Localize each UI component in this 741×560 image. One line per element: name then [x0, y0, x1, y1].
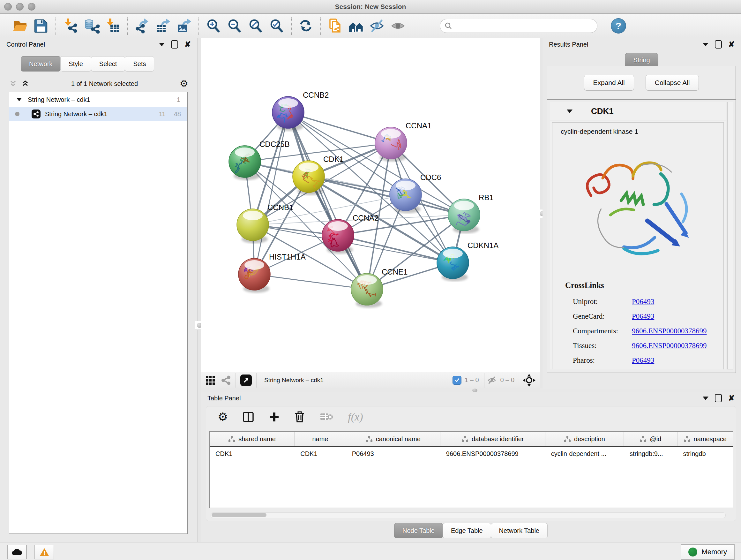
tab-network-table[interactable]: Network Table: [491, 523, 548, 538]
column-header-namespace[interactable]: namespace: [677, 432, 733, 446]
node-label-CCNA1: CCNA1: [406, 121, 431, 130]
network-edge[interactable]: [254, 112, 288, 274]
table-cell[interactable]: stringdb:9...: [624, 450, 677, 457]
collection-expander-icon[interactable]: [17, 98, 21, 101]
zoom-in-button[interactable]: [203, 16, 224, 36]
delete-column-icon[interactable]: [294, 411, 305, 423]
network-edge[interactable]: [288, 112, 367, 289]
column-header-shared-name[interactable]: shared name: [210, 432, 294, 446]
table-cell[interactable]: stringdb: [677, 450, 733, 457]
table-horizontal-scrollbar[interactable]: [211, 512, 726, 518]
column-header-description[interactable]: description: [545, 432, 624, 446]
export-table-button[interactable]: [152, 16, 174, 36]
network-node-RB1[interactable]: RB1: [448, 193, 494, 233]
column-header-name[interactable]: name: [294, 432, 346, 446]
show-all-button[interactable]: [388, 16, 409, 36]
results-scrollbar[interactable]: [727, 102, 733, 369]
zoom-selected-icon: [268, 18, 285, 34]
column-header-canonical-name[interactable]: canonical name: [346, 432, 441, 446]
tab-node-table[interactable]: Node Table: [394, 523, 443, 538]
tab-select[interactable]: Select: [91, 56, 125, 71]
table-cell[interactable]: 9606.ENSP00000378699: [441, 450, 545, 457]
network-overview-icon[interactable]: [221, 375, 231, 385]
table-row[interactable]: CDK1CDK1P064939606.ENSP00000378699cyclin…: [210, 447, 733, 460]
table-float-icon[interactable]: [715, 394, 722, 402]
table-cell[interactable]: CDK1: [294, 450, 346, 457]
clone-network-button[interactable]: [325, 16, 346, 36]
crosslink-link[interactable]: P06493: [632, 353, 654, 368]
tab-sets[interactable]: Sets: [125, 56, 154, 71]
zoom-out-button[interactable]: [224, 16, 245, 36]
network-node-HIST1H1A[interactable]: HIST1H1A: [239, 253, 306, 293]
cloud-status-button[interactable]: [7, 545, 27, 559]
add-column-icon[interactable]: [269, 412, 280, 422]
zoom-selected-button[interactable]: [266, 16, 287, 36]
network-edge[interactable]: [338, 235, 453, 263]
crosslink-link[interactable]: 9606.ENSP00000378699: [632, 324, 707, 338]
table-options-gear-icon[interactable]: ⚙: [218, 410, 228, 424]
network-edge[interactable]: [254, 274, 367, 289]
collapse-all-button[interactable]: Collapse All: [646, 75, 699, 91]
import-database-button[interactable]: [81, 16, 102, 36]
column-header-database-identifier[interactable]: database identifier: [441, 432, 545, 446]
import-table-button[interactable]: [102, 16, 123, 36]
refresh-layout-button[interactable]: [295, 16, 317, 36]
import-database-icon: [83, 18, 100, 34]
selected-checkbox[interactable]: [453, 376, 461, 385]
export-image-button[interactable]: [174, 16, 195, 36]
network-collection-row[interactable]: String Network – cdk1 1: [9, 92, 187, 107]
network-options-gear-icon[interactable]: ⚙: [180, 79, 188, 88]
import-network-button[interactable]: [60, 16, 81, 36]
crosslink-link[interactable]: 9606.ENSP00000378699: [632, 338, 707, 353]
tab-style[interactable]: Style: [60, 56, 91, 71]
expand-all-icon[interactable]: [9, 79, 17, 88]
open-session-button[interactable]: [10, 16, 30, 36]
collapse-all-icon[interactable]: [21, 79, 29, 88]
network-row-selected[interactable]: String Network – cdk1 11 48: [9, 107, 187, 121]
network-node-CCNB2[interactable]: CCNB2: [272, 91, 329, 131]
zoom-fit-button[interactable]: [245, 16, 266, 36]
show-columns-icon[interactable]: [243, 411, 254, 423]
table-menu-icon[interactable]: [703, 396, 709, 400]
column-header--id[interactable]: @id: [624, 432, 677, 446]
panel-menu-icon[interactable]: [159, 43, 165, 46]
left-splitter[interactable]: [197, 38, 201, 542]
export-network-button[interactable]: [131, 16, 152, 36]
search-input[interactable]: [455, 22, 597, 30]
table-cell[interactable]: P06493: [346, 450, 441, 457]
network-node-CDKN1A[interactable]: CDKN1A: [437, 241, 498, 281]
results-menu-icon[interactable]: [703, 43, 709, 46]
results-float-icon[interactable]: [715, 40, 722, 49]
fit-content-icon[interactable]: [523, 374, 536, 387]
gene-section-header[interactable]: CDK1: [550, 102, 726, 120]
save-session-button[interactable]: [30, 16, 52, 36]
search-box[interactable]: [440, 19, 597, 33]
tab-string[interactable]: String: [625, 53, 658, 67]
hide-selected-button[interactable]: [367, 16, 388, 36]
panel-float-icon[interactable]: [171, 40, 178, 49]
tab-network[interactable]: Network: [21, 56, 61, 71]
crosslink-link[interactable]: P06493: [632, 294, 654, 309]
network-node-CDC25B[interactable]: CDC25B: [229, 140, 290, 180]
results-close-icon[interactable]: ✘: [728, 41, 735, 48]
table-scrollbar-thumb[interactable]: [212, 513, 266, 517]
table-close-icon[interactable]: ✘: [728, 395, 735, 401]
network-canvas[interactable]: CCNB2 CCNA1 CDC25B CDK1 CDC6: [201, 38, 540, 372]
home-icon: [348, 18, 365, 34]
grid-view-icon[interactable]: [205, 375, 215, 385]
crosslink-link[interactable]: P06493: [632, 309, 654, 324]
refresh-layout-icon: [298, 18, 314, 34]
table-cell[interactable]: cyclin-dependent ...: [545, 450, 624, 457]
warnings-button[interactable]: [35, 545, 54, 559]
gene-expander-icon[interactable]: [567, 110, 572, 113]
expand-all-button[interactable]: Expand All: [584, 75, 634, 91]
detach-view-button[interactable]: [240, 374, 252, 386]
panel-close-icon[interactable]: ✘: [185, 41, 191, 48]
memory-button[interactable]: Memory: [681, 544, 735, 560]
network-node-CCNA1[interactable]: CCNA1: [375, 121, 431, 162]
horizontal-splitter-handle[interactable]: [472, 388, 477, 392]
table-cell[interactable]: CDK1: [210, 450, 294, 457]
help-button[interactable]: ?: [611, 18, 626, 34]
home-button[interactable]: [346, 16, 367, 36]
tab-edge-table[interactable]: Edge Table: [443, 523, 491, 538]
